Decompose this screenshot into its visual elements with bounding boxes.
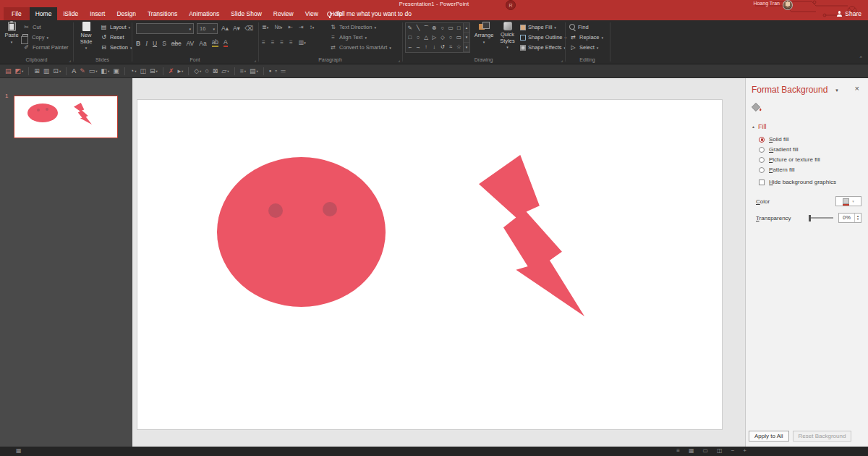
statusbar-icon[interactable]: ≡ [676, 447, 680, 455]
replace-button[interactable]: ⇄Replace▾ [569, 33, 603, 42]
toolbar-icon[interactable] [188, 67, 189, 75]
shape-gallery-item[interactable]: ← [407, 43, 413, 50]
decrease-indent-button[interactable]: ⇤ [288, 24, 293, 30]
shape-gallery-item[interactable]: □ [408, 34, 412, 41]
eye-shape[interactable] [323, 202, 337, 216]
align-right-button[interactable]: ≡ [280, 39, 284, 46]
text-direction-button[interactable]: ⇅Text Direction▾ [329, 22, 391, 32]
shape-gallery-item[interactable]: ↓ [433, 43, 436, 50]
eye-shape[interactable] [268, 203, 283, 218]
toolbar-icon[interactable]: ═ [280, 66, 286, 76]
fill-option-radio[interactable]: Pattern fill [759, 166, 820, 173]
pane-menu-caret[interactable]: ▼ [835, 88, 839, 93]
toolbar-icon[interactable]: ⊞ [33, 66, 41, 76]
pane-close-button[interactable]: × [855, 84, 859, 93]
arrange-button[interactable]: Arrange ▾ [474, 22, 494, 44]
toolbar-icon[interactable]: ▪ [268, 66, 272, 76]
toolbar-icon[interactable] [66, 67, 67, 75]
toolbar-icon[interactable] [124, 67, 125, 75]
shape-gallery-item[interactable]: ▭ [448, 25, 454, 31]
fill-option-radio[interactable]: Picture or texture fill [759, 156, 820, 163]
shape-gallery-item[interactable]: ↑ [425, 43, 427, 50]
align-left-button[interactable]: ≡ [262, 39, 265, 46]
slide-1-thumbnail[interactable] [14, 96, 118, 138]
ellipse-shape[interactable] [217, 157, 386, 307]
shape-fill-button[interactable]: Shape Fill▾ [520, 22, 566, 32]
toolbar-icon[interactable]: ▸▾ [176, 66, 184, 76]
lightning-bolt-shape[interactable] [479, 155, 584, 316]
statusbar-icon[interactable]: ▦ [689, 447, 694, 455]
find-button[interactable]: Find [569, 22, 603, 32]
font-color-button[interactable]: A [224, 39, 228, 47]
toolbar-icon[interactable] [163, 67, 163, 75]
grow-font-button[interactable]: A▴ [221, 25, 229, 32]
toolbar-icon[interactable]: ⊡▾ [52, 66, 61, 76]
ribbon-tab[interactable]: Review [268, 7, 299, 20]
ribbon-tab[interactable]: Insert [84, 7, 111, 20]
shape-gallery-item[interactable]: ↺ [441, 43, 445, 50]
shape-gallery-item[interactable]: ○ [449, 34, 453, 41]
align-text-button[interactable]: ≡Align Text▾ [329, 33, 391, 42]
shape-gallery-item[interactable]: ☆ [456, 43, 461, 50]
toolbar-icon[interactable]: ⊟▾ [149, 66, 158, 76]
numbering-button[interactable]: №▾ [274, 24, 282, 30]
toolbar-icon[interactable]: ▫ [274, 66, 278, 76]
layout-button[interactable]: ▤Layout▾ [100, 22, 132, 32]
paste-button[interactable]: Paste ▾ [2, 22, 21, 44]
change-case-button[interactable]: Aa [199, 40, 206, 47]
shape-gallery-item[interactable]: ▭ [456, 34, 461, 41]
shape-outline-button[interactable]: Shape Outline▾ [520, 33, 566, 42]
reset-background-button[interactable]: Reset Background [793, 431, 852, 442]
increase-indent-button[interactable]: ⇥ [299, 24, 304, 30]
toolbar-icon[interactable]: ▣ [112, 66, 120, 76]
columns-button[interactable]: ▥▾ [299, 39, 306, 46]
shape-gallery-item[interactable]: ▷ [433, 34, 437, 41]
align-center-button[interactable]: ≡ [271, 39, 275, 46]
apply-to-all-button[interactable]: Apply to All [749, 431, 789, 442]
bullets-button[interactable]: ≣▾ [262, 24, 268, 30]
toolbar-icon[interactable]: ▭▾ [88, 66, 98, 76]
font-size-combo[interactable]: 16▾ [197, 23, 218, 34]
justify-button[interactable]: ≡ [289, 39, 293, 46]
character-spacing-button[interactable]: AV [187, 40, 195, 47]
toolbar-icon[interactable]: ▱▾ [221, 66, 229, 76]
gallery-scroll-up[interactable]: ▴ [464, 23, 469, 33]
ribbon-tab[interactable]: View [299, 7, 324, 20]
user-avatar[interactable] [783, 0, 793, 10]
cut-button[interactable]: ✂Cut [22, 22, 69, 32]
color-picker-button[interactable]: ▾ [835, 196, 861, 206]
fill-bucket-icon[interactable] [750, 101, 763, 114]
spin-down-icon[interactable]: ▼ [856, 218, 859, 221]
toolbar-icon[interactable]: ⊠ [212, 66, 219, 76]
text-shadow-button[interactable]: S [162, 40, 166, 47]
font-dialog-launcher[interactable]: ⌟ [254, 57, 256, 62]
toolbar-icon[interactable]: A [71, 66, 77, 76]
shape-gallery-item[interactable]: ⌒ [423, 25, 429, 32]
line-spacing-button[interactable]: ↕▾ [310, 24, 315, 30]
drawing-dialog-launcher[interactable]: ⌟ [561, 57, 563, 62]
transparency-spinner[interactable]: 0% ▲▼ [838, 213, 861, 223]
toolbar-icon[interactable]: ≡▾ [239, 66, 247, 76]
shape-gallery-item[interactable]: ○ [441, 25, 445, 31]
select-button[interactable]: ▷Select▾ [569, 43, 603, 52]
toolbar-icon[interactable]: ▤ [4, 66, 12, 76]
slider-handle[interactable] [809, 215, 811, 221]
toolbar-icon[interactable]: ◧▾ [101, 66, 111, 76]
highlight-color-button[interactable]: ab [212, 39, 218, 47]
quick-styles-button[interactable]: Quick Styles ▾ [496, 22, 519, 50]
italic-button[interactable]: I [145, 40, 148, 47]
shape-gallery-item[interactable]: ✎ [407, 25, 412, 31]
statusbar-icon[interactable]: − [731, 447, 735, 455]
bold-button[interactable]: B [136, 40, 140, 47]
reset-button[interactable]: ↺Reset [100, 33, 132, 42]
statusbar-icon[interactable]: + [743, 447, 746, 455]
shape-effects-button[interactable]: Shape Effects▾ [520, 43, 566, 52]
collapse-ribbon-button[interactable]: ⌃ [859, 56, 863, 62]
share-button[interactable]: Share [836, 7, 861, 20]
toolbar-icon[interactable]: ▤▾ [249, 66, 259, 76]
paragraph-dialog-launcher[interactable]: ⌟ [398, 57, 400, 62]
slide-editing-surface[interactable] [137, 100, 722, 429]
statusbar-icon[interactable]: ▭ [703, 447, 709, 455]
shape-gallery-item[interactable]: ⊗ [432, 25, 436, 31]
gallery-scroll-down[interactable]: ▾ [464, 33, 469, 42]
